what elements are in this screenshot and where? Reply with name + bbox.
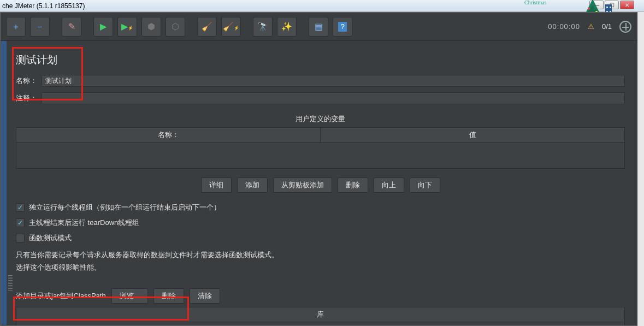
up-var-button[interactable]: 向上 bbox=[374, 177, 404, 193]
serialize-checkbox[interactable] bbox=[16, 203, 25, 212]
vars-table-header: 名称： 值 bbox=[16, 127, 625, 143]
shutdown-button[interactable]: ⬡ bbox=[166, 17, 185, 37]
reset-search-button[interactable]: ✨ bbox=[277, 17, 297, 37]
comment-label: 注释： bbox=[16, 93, 37, 103]
comment-input[interactable] bbox=[42, 92, 625, 104]
delete-var-button[interactable]: 删除 bbox=[338, 177, 368, 193]
remove-button[interactable]: － bbox=[30, 17, 50, 37]
functest-hint: 只有当你需要记录每个请求从服务器取得的数据到文件时才需要选择函数测试模式。 选择… bbox=[16, 248, 625, 274]
vars-button-row: 详细 添加 从剪贴板添加 删除 向上 向下 bbox=[16, 177, 625, 193]
teardown-label: 主线程结束后运行 tearDown线程组 bbox=[29, 218, 139, 228]
cp-clear-button[interactable]: 清除 bbox=[190, 288, 220, 304]
close-button[interactable]: ✕ bbox=[620, 1, 634, 9]
detail-button[interactable]: 详细 bbox=[201, 177, 232, 193]
panel-title: 测试计划 bbox=[16, 53, 625, 67]
svg-rect-7 bbox=[610, 7, 611, 8]
toolbar: ＋ － ✎ ▶ ▶⚡ ⬢ ⬡ 🧹 🧹⚡ 🔭 ✨ ▤ ? 00:00:00 ⚠ 0… bbox=[1, 13, 637, 41]
stop-button[interactable]: ⬢ bbox=[141, 17, 161, 37]
test-plan-panel: 测试计划 名称： 注释： 用户定义的变量 名称： 值 详细 添加 从剪贴板添加 … bbox=[8, 43, 633, 325]
down-var-button[interactable]: 向下 bbox=[410, 177, 440, 193]
run-timer: 00:00:00 bbox=[548, 22, 580, 31]
lib-entry[interactable]: D:\workspacee\CWResultFile\CWResultFile.… bbox=[16, 322, 625, 325]
tree-panel-edge[interactable] bbox=[1, 41, 7, 325]
browse-button[interactable]: 浏览... bbox=[111, 288, 148, 304]
function-helper-button[interactable]: ▤ bbox=[309, 17, 328, 37]
functest-checkbox[interactable] bbox=[16, 234, 25, 242]
vertical-scrollbar[interactable] bbox=[637, 12, 644, 326]
clear-button[interactable]: 🧹 bbox=[197, 17, 217, 37]
help-button[interactable]: ? bbox=[333, 17, 352, 37]
classpath-label: 添加目录或jar包到ClassPath bbox=[16, 291, 106, 301]
hint-line2: 选择这个选项很影响性能。 bbox=[16, 261, 625, 274]
col-name: 名称： bbox=[16, 128, 321, 142]
paste-var-button[interactable]: 从剪贴板添加 bbox=[273, 177, 332, 193]
svg-rect-6 bbox=[606, 7, 608, 8]
serialize-label: 独立运行每个线程组（例如在一个组运行结束后启动下一个） bbox=[29, 203, 221, 212]
splitter-grip[interactable] bbox=[8, 275, 13, 291]
start-no-pause-button[interactable]: ▶⚡ bbox=[117, 17, 137, 37]
vars-section-title: 用户定义的变量 bbox=[16, 114, 625, 124]
vars-table-body[interactable] bbox=[16, 143, 625, 169]
svg-text:Christmas: Christmas bbox=[524, 0, 547, 5]
window-title: che JMeter (5.1.1 r1855137) bbox=[2, 2, 85, 10]
cp-delete-button[interactable]: 删除 bbox=[153, 288, 184, 304]
start-button[interactable]: ▶ bbox=[93, 17, 113, 37]
thread-count: 0/1 bbox=[602, 22, 612, 31]
add-button[interactable]: ＋ bbox=[6, 17, 26, 37]
app-frame: ＋ － ✎ ▶ ▶⚡ ⬢ ⬡ 🧹 🧹⚡ 🔭 ✨ ▤ ? 00:00:00 ⚠ 0… bbox=[0, 12, 637, 326]
teardown-checkbox[interactable] bbox=[16, 218, 25, 227]
add-var-button[interactable]: 添加 bbox=[237, 177, 268, 193]
name-label: 名称： bbox=[16, 76, 37, 86]
clear-all-button[interactable]: 🧹⚡ bbox=[221, 17, 241, 37]
search-button[interactable]: 🔭 bbox=[253, 17, 273, 37]
globe-icon[interactable] bbox=[619, 21, 631, 33]
col-value: 值 bbox=[321, 128, 624, 142]
lib-header: 库 bbox=[16, 307, 625, 322]
hint-line1: 只有当你需要记录每个请求从服务器取得的数据到文件时才需要选择函数测试模式。 bbox=[16, 248, 625, 261]
edit-button[interactable]: ✎ bbox=[62, 17, 81, 37]
svg-point-3 bbox=[588, 8, 590, 10]
name-input[interactable] bbox=[42, 75, 625, 87]
functest-label: 函数测试模式 bbox=[29, 233, 72, 243]
warning-icon[interactable]: ⚠ bbox=[588, 22, 594, 31]
